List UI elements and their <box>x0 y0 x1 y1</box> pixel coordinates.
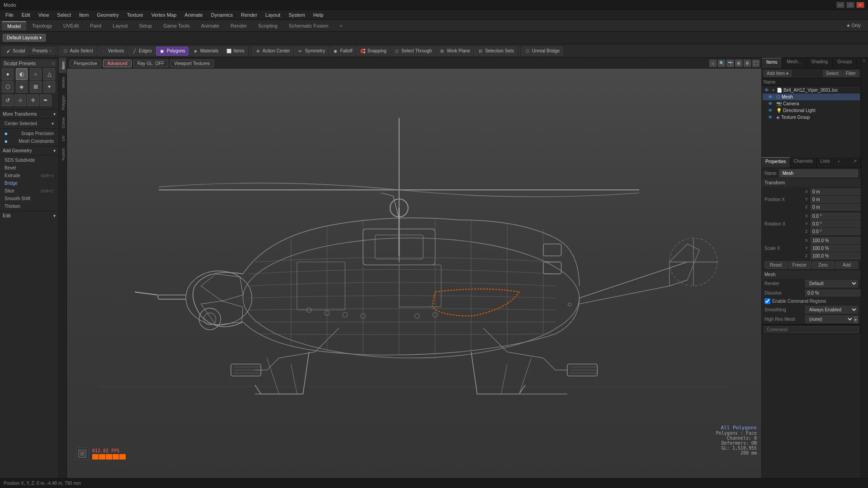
high-res-expand[interactable]: ▸ <box>854 316 858 323</box>
reset-button[interactable]: Reset <box>764 261 787 269</box>
menu-geometry[interactable]: Geometry <box>93 11 122 19</box>
add-item-button[interactable]: Add Item ▾ <box>764 70 792 77</box>
tree-item-camera[interactable]: 👁 📷 Camera <box>763 100 860 107</box>
add-tab-button[interactable]: + <box>835 157 843 168</box>
vp-icon-grid[interactable]: ⊞ <box>735 60 742 67</box>
groups-tab[interactable]: Groups <box>833 58 857 68</box>
tab-layout[interactable]: Layout <box>107 22 133 30</box>
sculpt-tool-7[interactable]: ⊠ <box>30 81 42 93</box>
menu-select[interactable]: Select <box>53 11 75 19</box>
thicken-item[interactable]: Thicken <box>2 202 57 210</box>
sculpt-tool-pen[interactable]: ✒ <box>40 94 52 106</box>
sculpt-tool-1[interactable]: ● <box>2 68 14 80</box>
vp-icon-fullscreen[interactable]: ⛶ <box>752 60 760 67</box>
extrude-item[interactable]: Extrude Shift+X <box>2 172 57 179</box>
falloff-button[interactable]: ◉ Falloff <box>329 47 355 56</box>
sculpt-tool-8[interactable]: ✦ <box>43 81 55 93</box>
mesh-tab[interactable]: Mesh... <box>782 58 807 68</box>
tree-item-mesh[interactable]: 👁 ⬡ Mesh <box>763 94 860 100</box>
eye-icon-mesh[interactable]: 👁 <box>768 94 773 99</box>
advanced-button[interactable]: Advanced <box>103 60 131 67</box>
side-tab-vertex[interactable]: Vertex <box>59 73 66 92</box>
right-mini-tab-p[interactable]: P <box>861 58 868 64</box>
snapping-button[interactable]: 🧲 Snapping <box>356 47 389 56</box>
eye-icon-camera[interactable]: 👁 <box>768 101 773 106</box>
materials-button[interactable]: ◈ Materials <box>189 47 222 56</box>
sculpt-tool-move[interactable]: ✛ <box>27 94 39 106</box>
mesh-constraints-item[interactable]: ■ Mesh Constraints <box>2 137 57 145</box>
high-res-mesh-dropdown[interactable]: (none) <box>805 315 854 323</box>
menu-vertex-map[interactable]: Vertex Map <box>148 11 180 19</box>
unreal-bridge-button[interactable]: ⬡ Unreal Bridge <box>521 47 563 56</box>
tree-item-root[interactable]: 👁 ▼ 📄 Bell_AH1Z_Viper_0001.lxo <box>763 87 860 94</box>
channels-tab[interactable]: Channels <box>790 157 817 168</box>
vp-icon-settings[interactable]: ⚙ <box>744 60 751 67</box>
transform-header[interactable]: Transform <box>762 178 861 187</box>
shading-tab[interactable]: Shading <box>807 58 833 68</box>
presets-button[interactable]: Presets ≡ <box>29 47 55 55</box>
menu-animate[interactable]: Animate <box>181 11 206 19</box>
action-center-button[interactable]: ⊕ Action Center <box>252 47 293 56</box>
tab-add-button[interactable]: + <box>336 22 346 30</box>
center-selected-item[interactable]: Center Selected ▾ <box>2 120 57 127</box>
tab-star-only[interactable]: ★ Only <box>841 22 866 29</box>
eye-icon-texture[interactable]: 👁 <box>768 115 773 120</box>
sculpt-tool-3[interactable]: ○ <box>30 68 42 80</box>
vp-icon-search[interactable]: 🔍 <box>718 60 725 67</box>
side-tab-fusion[interactable]: Fusion <box>59 145 66 164</box>
items-tab[interactable]: Items <box>762 58 782 68</box>
select-through-button[interactable]: ◻ Select Through <box>391 47 435 56</box>
scale-y-input[interactable] <box>811 245 861 252</box>
tab-setup[interactable]: Setup <box>133 22 157 30</box>
menu-view[interactable]: View <box>35 11 53 19</box>
tab-scripting[interactable]: Scripting <box>253 22 283 30</box>
sculpt-button[interactable]: 🖌 Sculpt <box>2 47 28 56</box>
selection-sets-button[interactable]: ⊟ Selection Sets <box>474 47 517 56</box>
tab-uvedit[interactable]: UVEdit <box>58 22 84 30</box>
menu-layout[interactable]: Layout <box>262 11 284 19</box>
position-z-input[interactable] <box>811 204 861 211</box>
close-button[interactable]: ✕ <box>856 2 864 8</box>
tab-paint[interactable]: Paint <box>85 22 107 30</box>
rotation-z-input[interactable] <box>811 228 861 235</box>
edges-button[interactable]: ╱ Edges <box>128 47 155 56</box>
eye-icon-root[interactable]: 👁 <box>764 88 769 93</box>
menu-help[interactable]: Help <box>310 11 327 19</box>
work-plane-button[interactable]: ⊞ Work Plane <box>436 47 473 56</box>
menu-item[interactable]: Item <box>75 11 92 19</box>
sculpt-tool-4[interactable]: △ <box>43 68 55 80</box>
tab-game-tools[interactable]: Game Tools <box>158 22 195 30</box>
vp-icon-cam[interactable]: 📷 <box>726 60 734 67</box>
dissolve-input[interactable] <box>805 290 861 296</box>
sculpt-tool-5[interactable]: ⬡ <box>2 81 14 93</box>
smoothing-dropdown[interactable]: Always Enabled <box>805 306 858 314</box>
sculpt-tool-rotate[interactable]: ↺ <box>2 94 14 106</box>
render-dropdown[interactable]: Default <box>805 280 858 287</box>
scale-x-input[interactable] <box>811 237 861 244</box>
vertices-button[interactable]: · Vertices <box>97 47 127 56</box>
props-expand-button[interactable]: ↗ <box>849 157 861 168</box>
add-geometry-header[interactable]: Add Geometry ▾ <box>2 147 57 154</box>
side-tab-curve[interactable]: Curve <box>59 114 66 132</box>
menu-render[interactable]: Render <box>237 11 261 19</box>
menu-dynamics[interactable]: Dynamics <box>208 11 236 19</box>
position-x-input[interactable] <box>811 188 861 195</box>
more-transforms-header[interactable]: More Transforms ▾ <box>2 111 57 117</box>
edit-header[interactable]: Edit ▾ <box>2 212 57 219</box>
rotation-y-input[interactable] <box>811 221 861 227</box>
smooth-shift-item[interactable]: Smooth Shift <box>2 195 57 202</box>
tree-item-light[interactable]: 👁 💡 Directional Light <box>763 107 860 114</box>
command-input[interactable] <box>764 326 859 333</box>
bridge-item[interactable]: Bridge <box>2 179 57 187</box>
side-tab-uv[interactable]: UV <box>59 132 66 145</box>
sculpt-tool-6[interactable]: ◈ <box>16 81 28 93</box>
snaps-precision-item[interactable]: ■ Snaps Precision <box>2 130 57 137</box>
properties-tab[interactable]: Properties <box>762 157 790 168</box>
menu-edit[interactable]: Edit <box>18 11 34 19</box>
tab-topology[interactable]: Topology <box>27 22 57 30</box>
polygons-button[interactable]: ▣ Polygons <box>156 47 189 56</box>
slice-item[interactable]: Slice Shift+C <box>2 187 57 195</box>
vp-icon-home[interactable]: ⌂ <box>709 60 717 67</box>
viewport-textures-button[interactable]: Viewport Textures <box>170 60 214 67</box>
ray-gl-button[interactable]: Ray GL: OFF <box>133 60 168 67</box>
